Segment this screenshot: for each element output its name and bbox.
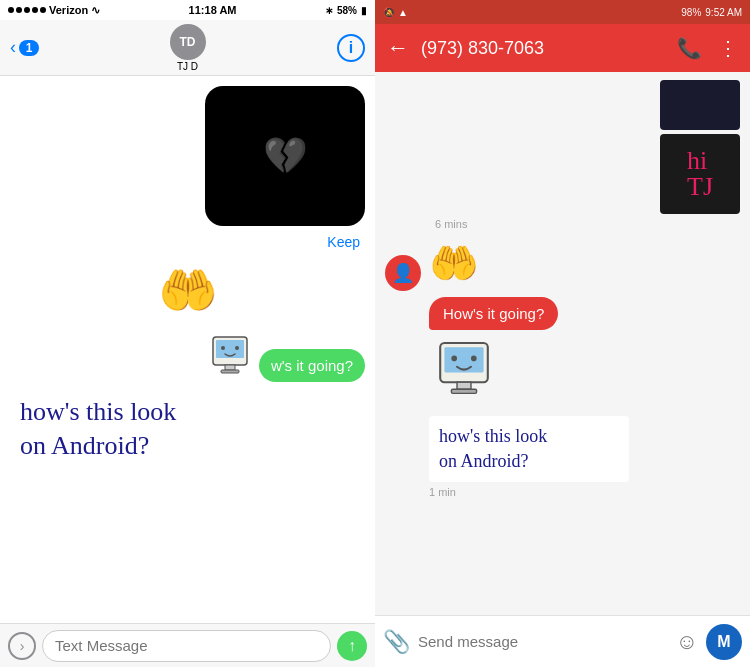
android-contact-number[interactable]: (973) 830-7063 (421, 38, 665, 59)
ios-message-input[interactable] (42, 630, 331, 662)
carrier-name: Verizon (49, 4, 88, 16)
android-time: 9:52 AM (705, 7, 742, 18)
signal-dot-5 (40, 7, 46, 13)
ios-contact-name: TJ D (177, 61, 198, 72)
svg-rect-5 (221, 370, 239, 373)
ios-image-message: 💔 (205, 86, 365, 226)
ios-panel: Verizon ∿ 11:18 AM ∗ 58% ▮ ‹ 1 TD TJ D i… (0, 0, 375, 667)
wifi-icon: ∿ (91, 4, 100, 17)
svg-point-2 (221, 346, 225, 350)
keep-link[interactable]: Keep (10, 234, 365, 250)
broken-heart-icon: 💔 (263, 135, 308, 177)
ios-bubble-text: w's it going? (271, 357, 353, 374)
chevron-right-icon: › (20, 638, 25, 654)
android-bubble-text: How's it going? (443, 305, 544, 322)
android-bubble-row: How's it going? (385, 297, 740, 330)
android-avatar-letter: M (717, 633, 730, 651)
android-status-right: 98% 9:52 AM (681, 7, 742, 18)
signal-dot-3 (24, 7, 30, 13)
android-app-bar-actions: 📞 ⋮ (677, 36, 738, 60)
android-red-bubble: How's it going? (429, 297, 558, 330)
android-attach-button[interactable]: 📎 (383, 629, 410, 655)
ios-time: 11:18 AM (189, 4, 237, 16)
ios-info-button[interactable]: i (337, 34, 365, 62)
ios-expand-button[interactable]: › (8, 632, 36, 660)
person-icon: 👤 (392, 262, 414, 284)
android-emoji-button[interactable]: ☺ (676, 629, 698, 655)
android-sender-avatar: 👤 (385, 255, 421, 291)
ios-send-button[interactable]: ↑ (337, 631, 367, 661)
ios-input-bar: › ↑ (0, 623, 375, 667)
ios-handwriting-message: how's this lookon Android? (10, 390, 186, 468)
android-back-button[interactable]: ← (387, 35, 409, 61)
signal-dot-4 (32, 7, 38, 13)
ios-battery: 58% (337, 5, 357, 16)
android-status-left: 🔕 ▲ (383, 7, 408, 18)
phone-call-icon[interactable]: 📞 (677, 36, 702, 60)
avatar-initials: TD (180, 35, 196, 49)
signal-dot-2 (16, 7, 22, 13)
android-send-avatar[interactable]: M (706, 624, 742, 660)
android-clap-row: 👤 🤲 (385, 236, 740, 291)
send-up-arrow-icon: ↑ (348, 637, 356, 655)
ios-mac-bubble: w's it going? (259, 349, 365, 382)
svg-rect-4 (225, 365, 235, 370)
android-handwriting-bubble: how's this lookon Android? (429, 416, 629, 482)
keep-text[interactable]: Keep (327, 234, 360, 250)
ios-mac-message: w's it going? (205, 332, 365, 382)
mac-computer-sticker (205, 332, 255, 382)
mute-icon: 🔕 (383, 7, 395, 18)
android-timestamp-2: 1 min (429, 486, 740, 498)
android-hi-image: hiTJ (660, 134, 740, 214)
back-badge: 1 (19, 40, 39, 56)
more-options-icon[interactable]: ⋮ (718, 36, 738, 60)
ios-back-button[interactable]: ‹ 1 (10, 37, 39, 58)
svg-point-3 (235, 346, 239, 350)
ios-status-right: ∗ 58% ▮ (325, 5, 367, 16)
ios-status-bar: Verizon ∿ 11:18 AM ∗ 58% ▮ (0, 0, 375, 20)
bluetooth-icon: ∗ (325, 5, 333, 16)
ios-clap-emoji: 🤲 (10, 258, 365, 324)
ios-nav-center: TD TJ D (170, 24, 206, 72)
android-mac-sticker (429, 336, 499, 406)
ios-status-left: Verizon ∿ (8, 4, 100, 17)
ios-contact-avatar[interactable]: TD (170, 24, 206, 60)
android-message-input[interactable] (418, 624, 668, 660)
svg-point-8 (451, 356, 457, 362)
svg-point-9 (471, 356, 477, 362)
android-dark-image-top (660, 80, 740, 130)
ios-messages-area: 💔 Keep 🤲 w's it going? (0, 76, 375, 623)
ios-nav-bar: ‹ 1 TD TJ D i (0, 20, 375, 76)
battery-icon: ▮ (361, 5, 367, 16)
android-app-bar: ← (973) 830-7063 📞 ⋮ (375, 24, 750, 72)
android-handwriting-text: how's this lookon Android? (439, 424, 619, 474)
android-messages-area: hiTJ 6 mins 👤 🤲 How's it going? (375, 72, 750, 615)
android-dark-images: hiTJ (660, 80, 740, 214)
info-icon: i (349, 39, 353, 57)
android-battery: 98% (681, 7, 701, 18)
signal-icon: ▲ (398, 7, 408, 18)
android-clap-emoji: 🤲 (429, 236, 479, 291)
android-input-bar: 📎 ☺ M (375, 615, 750, 667)
signal-dot-1 (8, 7, 14, 13)
signal-strength (8, 7, 46, 13)
android-timestamp-1: 6 mins (385, 218, 740, 230)
android-panel: 🔕 ▲ 98% 9:52 AM ← (973) 830-7063 📞 ⋮ hiT… (375, 0, 750, 667)
svg-rect-11 (451, 389, 476, 393)
android-status-bar: 🔕 ▲ 98% 9:52 AM (375, 0, 750, 24)
android-mac-sticker-wrapper (429, 336, 740, 410)
chevron-left-icon: ‹ (10, 37, 16, 58)
svg-rect-10 (457, 382, 471, 389)
